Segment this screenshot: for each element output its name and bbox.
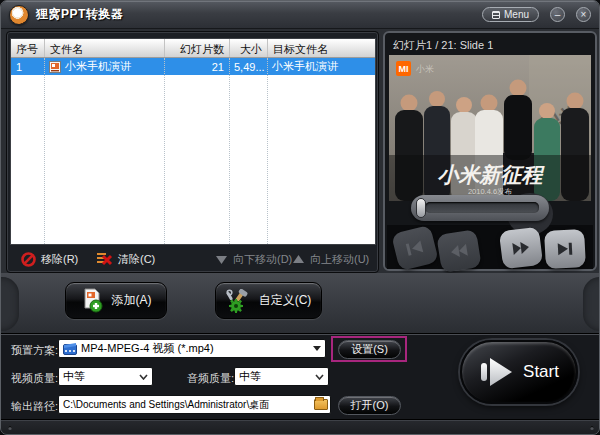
skip-end-button[interactable] [544,229,586,269]
column-header-slidecount: 幻灯片数 [164,39,229,57]
right-edge-decoration [583,277,600,331]
ppt-file-icon [49,61,61,73]
row-size: 5,49... [229,61,267,73]
menu-icon [492,11,500,19]
audio-quality-dropdown[interactable]: 中等 [234,367,329,386]
menu-button-label: Menu [504,9,529,20]
fast-forward-icon [511,240,531,256]
audio-quality-value: 中等 [239,369,311,384]
column-divider [267,58,268,244]
column-divider [44,58,45,244]
file-table: 序号 文件名 幻灯片数 大小 目标文件名 1 小米手机演讲 21 [10,38,376,245]
video-format-icon [63,342,77,355]
slide-preview-image: 小米 MI 小米 小米新征程 20 [389,55,591,201]
dropdown-arrow-icon [313,346,321,351]
file-table-header: 序号 文件名 幻灯片数 大小 目标文件名 [11,39,375,58]
close-button[interactable]: × [576,7,591,22]
clear-icon [97,252,113,266]
preset-value: MP4-MPEG-4 视频 (*.mp4) [81,341,309,356]
app-window: 狸窝PPT转换器 Menu – × 序号 文件名 幻灯片数 大小 目标文件名 1 [0,0,600,435]
file-list-group: 序号 文件名 幻灯片数 大小 目标文件名 1 小米手机演讲 21 [6,31,379,273]
add-button[interactable]: 添加(A) [65,282,167,319]
title-bar: 狸窝PPT转换器 Menu – × [1,1,599,29]
row-target-filename: 小米手机演讲 [267,59,375,74]
photo-brand-text: 小米 [415,64,434,74]
video-quality-label: 视频质量: [11,371,58,386]
next-button[interactable] [499,227,543,270]
mi-logo-text: MI [399,64,409,74]
move-up-label: 向上移动(U) [310,252,369,267]
column-header-filename: 文件名 [44,39,164,57]
previous-button[interactable] [436,229,481,273]
rewind-icon [449,243,469,260]
add-button-label: 添加(A) [112,292,152,309]
remove-label: 移除(R) [41,252,78,267]
photo-slogan-text: 小米新征程 [438,163,546,186]
grip-dot [590,426,594,430]
window-title: 狸窝PPT转换器 [36,6,123,23]
clear-label: 清除(C) [118,252,155,267]
preview-panel: 幻灯片1 / 21: Slide 1 小米 [383,31,597,271]
seek-track[interactable] [425,202,539,213]
skip-start-icon [405,239,426,257]
row-filename: 小米手机演讲 [65,59,131,74]
seek-thumb[interactable] [416,198,426,218]
move-down-button[interactable]: 向下移动(D) [215,250,292,268]
video-quality-value: 中等 [63,369,135,384]
column-divider [164,58,165,244]
clear-button[interactable]: 清除(C) [97,250,155,268]
preview-photo: 小米 MI 小米 小米新征程 20 [389,55,591,201]
left-edge-decoration [0,277,19,331]
slide-label: 幻灯片1 / 21: Slide 1 [393,38,493,53]
open-button[interactable]: 打开(O) [338,396,401,415]
move-down-icon [215,254,228,265]
table-row[interactable]: 1 小米手机演讲 21 5,49... 小米手机演讲 [11,58,375,75]
customize-icon [226,289,250,313]
preset-dropdown[interactable]: MP4-MPEG-4 视频 (*.mp4) [58,339,326,358]
column-header-size: 大小 [229,39,267,57]
customize-button[interactable]: 自定义(C) [215,282,322,319]
skip-end-icon [556,242,575,257]
add-ppt-icon [81,288,103,313]
video-quality-dropdown[interactable]: 中等 [58,367,153,386]
start-button-label: Start [523,362,559,382]
customize-button-label: 自定义(C) [259,292,312,309]
start-button[interactable]: Start [460,340,578,404]
remove-button[interactable]: 移除(R) [21,250,78,268]
move-up-icon [292,254,305,265]
column-divider [229,58,230,244]
audio-quality-label: 音频质量: [187,371,234,386]
remove-icon [21,252,36,267]
row-index: 1 [11,61,44,73]
output-path-input[interactable] [58,395,331,414]
minimize-button[interactable]: – [550,7,565,22]
preset-label: 预置方案: [11,343,58,358]
menu-button[interactable]: Menu [482,7,539,22]
start-play-icon [479,355,515,389]
column-header-index: 序号 [11,39,44,57]
settings-button[interactable]: 设置(S) [338,340,401,359]
folder-icon[interactable] [314,399,328,410]
move-up-button[interactable]: 向上移动(U) [292,250,369,268]
chevron-down-icon [139,374,148,380]
status-strip [1,419,600,435]
output-path-label: 输出路径: [11,399,58,414]
app-logo-icon [9,5,29,25]
grip-dot [8,426,12,430]
row-slide-count: 21 [164,61,229,73]
column-header-target: 目标文件名 [267,39,375,57]
chevron-down-icon [315,374,324,380]
move-down-label: 向下移动(D) [233,252,292,267]
row-filename-cell: 小米手机演讲 [44,59,164,74]
